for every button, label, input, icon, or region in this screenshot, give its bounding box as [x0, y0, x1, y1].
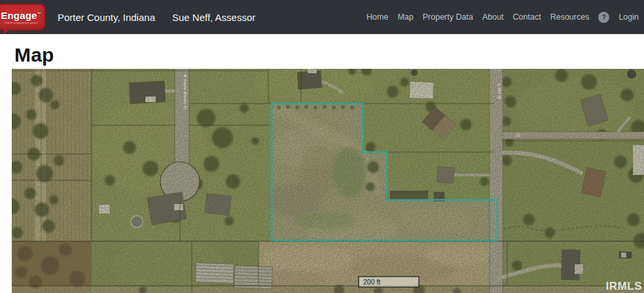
- county-name: Porter County, Indiana: [58, 12, 155, 23]
- nav-map[interactable]: Map: [397, 12, 413, 22]
- road-label-left: W Gayla Woods Ct: [183, 74, 187, 110]
- main-nav: Home Map Property Data About Contact Res…: [367, 12, 639, 23]
- nav-login[interactable]: Login: [618, 12, 639, 22]
- nav-property-data[interactable]: Property Data: [423, 12, 473, 22]
- nav-resources[interactable]: Resources: [550, 12, 590, 22]
- scale-bar-label: 200 ft: [363, 278, 380, 286]
- top-navbar: Engage™ citizen engagement portal Porter…: [0, 0, 644, 34]
- help-icon[interactable]: ?: [598, 12, 609, 23]
- engage-logo-tagline: citizen engagement portal: [5, 22, 37, 24]
- aerial-map-image: W Gayla Woods Ct S 450 W 200 ft IRMLS: [12, 69, 644, 293]
- engage-logo-text: Engage™: [1, 10, 41, 20]
- road-label-right: S 450 W: [497, 83, 501, 100]
- page-title: Map: [14, 44, 644, 66]
- irmls-watermark: IRMLS: [606, 280, 642, 292]
- nav-about[interactable]: About: [482, 12, 504, 22]
- page: Engage™ citizen engagement portal Porter…: [0, 0, 644, 293]
- map-viewport[interactable]: W Gayla Woods Ct S 450 W 200 ft IRMLS: [12, 69, 644, 293]
- scale-bar: 200 ft: [359, 277, 419, 287]
- assessor-name: Sue Neff, Assessor: [172, 12, 255, 23]
- nav-home[interactable]: Home: [367, 12, 388, 22]
- photo-grain: [12, 69, 644, 293]
- nav-contact[interactable]: Contact: [513, 12, 541, 22]
- engage-logo[interactable]: Engage™ citizen engagement portal: [0, 3, 46, 31]
